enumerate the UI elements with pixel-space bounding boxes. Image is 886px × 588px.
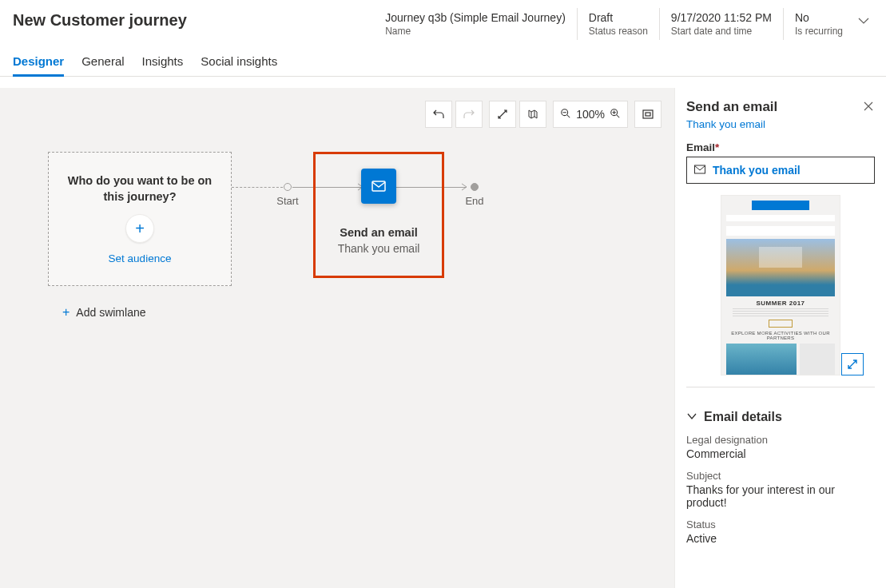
header-field-label: Status reason	[589, 26, 648, 37]
side-panel: Send an email Thank you email Email* Tha…	[674, 88, 886, 588]
tab-general[interactable]: General	[81, 51, 124, 76]
header-field-is-recurring[interactable]: No Is recurring	[783, 8, 854, 40]
header-field-value: 9/17/2020 11:52 PM	[671, 11, 772, 24]
plus-icon: +	[62, 305, 70, 320]
header-field-name[interactable]: Journey q3b (Simple Email Journey) Name	[374, 8, 577, 40]
tab-insights[interactable]: Insights	[142, 51, 184, 76]
zoom-level: 100%	[576, 108, 605, 121]
tab-designer[interactable]: Designer	[13, 51, 64, 76]
send-email-tile[interactable]: Send an email Thank you email	[313, 152, 444, 278]
email-tile-subtitle: Thank you email	[316, 242, 442, 255]
subject-value: Thanks for your interest in our product!	[686, 483, 875, 509]
header-field-value: No	[795, 11, 843, 24]
zoom-in-icon[interactable]	[610, 108, 621, 121]
side-panel-subtitle-link[interactable]: Thank you email	[675, 118, 886, 130]
email-field-label: Email*	[686, 141, 875, 153]
zoom-out-icon[interactable]	[560, 108, 571, 121]
zoom-control[interactable]: 100%	[553, 101, 628, 128]
header-field-status-reason[interactable]: Draft Status reason	[577, 8, 659, 40]
svg-rect-4	[372, 181, 385, 191]
header-field-value: Draft	[589, 11, 648, 24]
status-label: Status	[686, 518, 875, 530]
expand-preview-button[interactable]	[841, 353, 864, 375]
side-panel-title: Send an email	[686, 99, 777, 115]
preview-caption: SUMMER 2017	[721, 300, 840, 307]
page-title: New Customer journey	[13, 8, 187, 30]
tab-bar: Designer General Insights Social insight…	[0, 40, 886, 77]
canvas-toolbar: 100%	[425, 101, 662, 128]
email-details-title: Email details	[704, 410, 782, 424]
expand-header-icon[interactable]	[854, 8, 873, 30]
fullscreen-button[interactable]	[634, 101, 662, 128]
end-label: End	[465, 195, 483, 207]
audience-question: Who do you want to be on this journey?	[60, 173, 220, 205]
fit-to-screen-button[interactable]	[489, 101, 516, 128]
minimap-button[interactable]	[519, 101, 546, 128]
set-audience-link[interactable]: Set audience	[109, 252, 172, 264]
add-swimlane-label: Add swimlane	[76, 306, 145, 319]
header-field-label: Is recurring	[795, 26, 843, 37]
add-swimlane-button[interactable]: + Add swimlane	[62, 305, 146, 320]
legal-designation-label: Legal designation	[686, 434, 875, 446]
close-panel-icon[interactable]	[862, 99, 875, 115]
email-tile-title: Send an email	[316, 226, 442, 239]
status-value: Active	[686, 532, 875, 545]
legal-designation-value: Commercial	[686, 447, 875, 460]
email-preview-thumbnail[interactable]: SUMMER 2017 EXPLORE MORE ACTIVITIES WITH…	[721, 195, 840, 375]
redo-button[interactable]	[455, 101, 483, 128]
subject-label: Subject	[686, 470, 875, 482]
header-field-label: Name	[385, 26, 566, 37]
email-picker-value: Thank you email	[713, 164, 801, 177]
preview-bar-text: EXPLORE MORE ACTIVITIES WITH OUR PARTNER…	[721, 331, 840, 340]
email-icon	[361, 169, 396, 204]
start-label: Start	[276, 195, 298, 207]
undo-button[interactable]	[425, 101, 452, 128]
email-details-toggle[interactable]: Email details	[686, 410, 875, 424]
header-field-start-date[interactable]: 9/17/2020 11:52 PM Start date and time	[659, 8, 783, 40]
header-field-label: Start date and time	[671, 26, 772, 37]
tab-social-insights[interactable]: Social insights	[201, 51, 277, 76]
svg-rect-2	[643, 110, 653, 118]
envelope-icon	[693, 163, 706, 178]
audience-tile[interactable]: Who do you want to be on this journey? +…	[48, 152, 232, 286]
svg-rect-3	[646, 113, 650, 116]
email-picker[interactable]: Thank you email	[686, 157, 875, 184]
chevron-down-icon	[686, 411, 697, 424]
header-field-value: Journey q3b (Simple Email Journey)	[385, 11, 566, 24]
add-audience-icon[interactable]: +	[125, 214, 154, 243]
